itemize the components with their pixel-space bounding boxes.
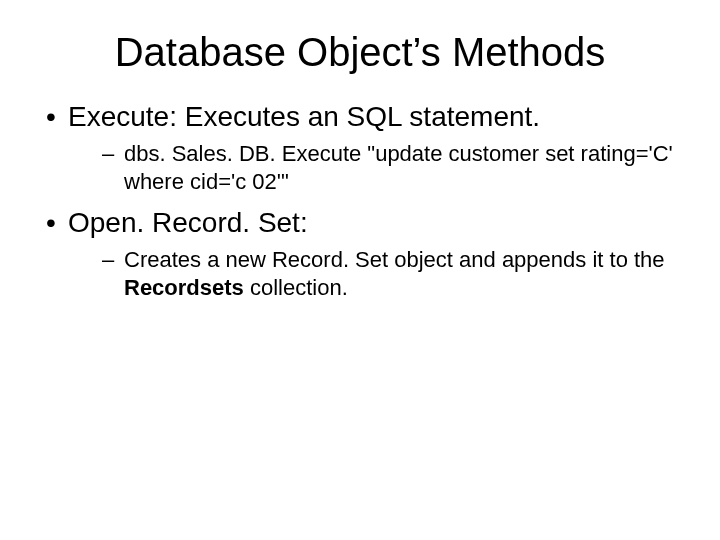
list-item: Creates a new Record. Set object and app… [68, 246, 680, 301]
sub-bullet-text: dbs. Sales. DB. Execute "update customer… [124, 140, 680, 195]
list-item: Open. Record. Set: Creates a new Record.… [40, 205, 680, 301]
list-item: dbs. Sales. DB. Execute "update customer… [68, 140, 680, 195]
sub-bullet-text: Creates a new Record. Set object and app… [124, 246, 680, 301]
text-prefix: Creates a new Record. Set object and app… [124, 247, 665, 272]
bullet-list: Execute: Executes an SQL statement. dbs.… [40, 99, 680, 301]
page-title: Database Object’s Methods [40, 30, 680, 75]
slide: Database Object’s Methods Execute: Execu… [0, 0, 720, 540]
list-item: Execute: Executes an SQL statement. dbs.… [40, 99, 680, 195]
sub-list: dbs. Sales. DB. Execute "update customer… [68, 140, 680, 195]
text-bold: Recordsets [124, 275, 244, 300]
bullet-text: Open. Record. Set: [68, 207, 308, 238]
bullet-text: Execute: Executes an SQL statement. [68, 101, 540, 132]
text-suffix: collection. [244, 275, 348, 300]
sub-list: Creates a new Record. Set object and app… [68, 246, 680, 301]
